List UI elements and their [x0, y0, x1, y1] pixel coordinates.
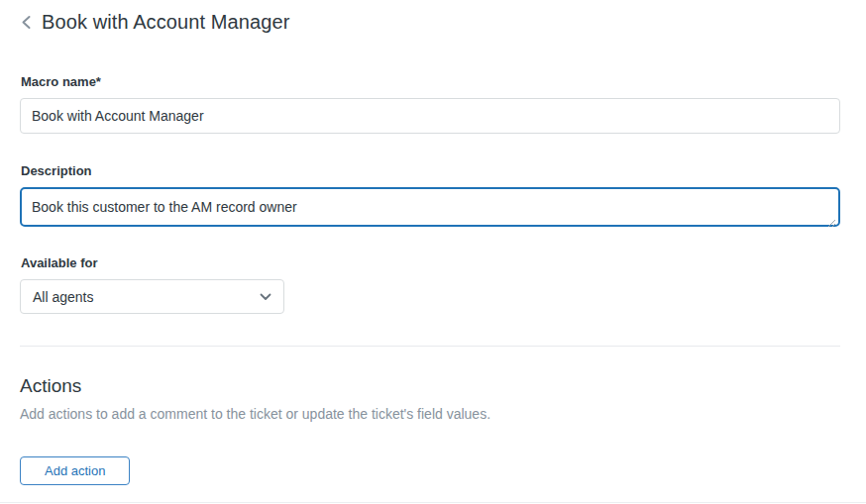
available-for-select[interactable]: All agents [20, 279, 284, 314]
actions-heading: Actions [20, 375, 840, 397]
macro-name-input[interactable] [20, 98, 840, 134]
bottom-divider [0, 502, 866, 503]
actions-section: Actions Add actions to add a comment to … [20, 375, 840, 485]
available-for-field: Available for All agents [20, 255, 840, 314]
description-label: Description [21, 163, 840, 178]
actions-subtitle: Add actions to add a comment to the tick… [20, 406, 840, 422]
page-title: Book with Account Manager [42, 11, 289, 34]
available-for-label: Available for [21, 255, 840, 270]
macro-name-label: Macro name* [21, 74, 840, 89]
section-divider [20, 346, 840, 347]
macro-form: Macro name* Description Book this custom… [0, 74, 866, 485]
back-button[interactable] [17, 14, 35, 32]
description-field: Description Book this customer to the AM… [20, 163, 840, 227]
resize-handle-icon[interactable] [827, 214, 836, 223]
chevron-left-icon [20, 15, 33, 30]
page-header: Book with Account Manager [0, 0, 866, 34]
chevron-down-icon [260, 293, 271, 301]
description-textarea[interactable]: Book this customer to the AM record owne… [20, 187, 840, 227]
available-for-value: All agents [33, 289, 93, 305]
add-action-button[interactable]: Add action [20, 456, 130, 485]
macro-name-field: Macro name* [20, 74, 840, 134]
